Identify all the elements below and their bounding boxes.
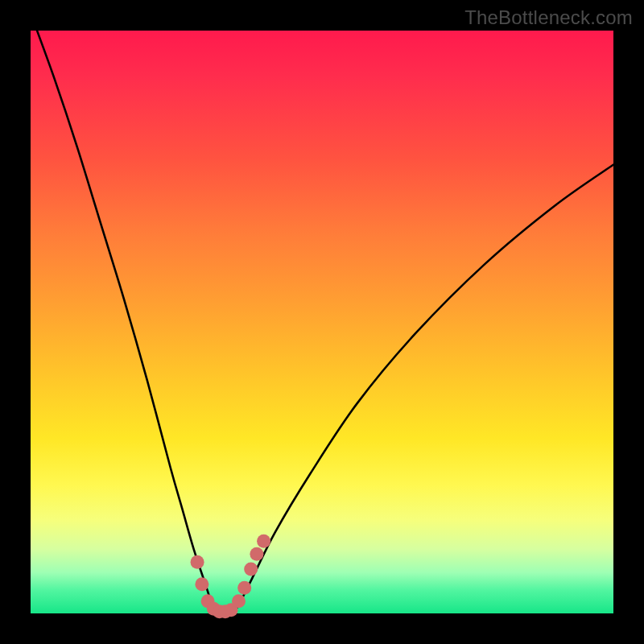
highlight-dot — [244, 562, 258, 576]
highlight-dot — [257, 535, 270, 548]
watermark-text: TheBottleneck.com — [464, 6, 633, 29]
chart-frame: TheBottleneck.com — [0, 0, 644, 644]
highlight-dot — [191, 555, 204, 569]
highlight-dot — [250, 547, 263, 561]
plot-area — [31, 31, 613, 613]
bottleneck-curve — [31, 31, 613, 613]
highlight-dot — [237, 581, 251, 595]
highlight-dot — [232, 594, 246, 608]
highlight-dot — [195, 577, 208, 591]
curve-path — [31, 13, 613, 613]
